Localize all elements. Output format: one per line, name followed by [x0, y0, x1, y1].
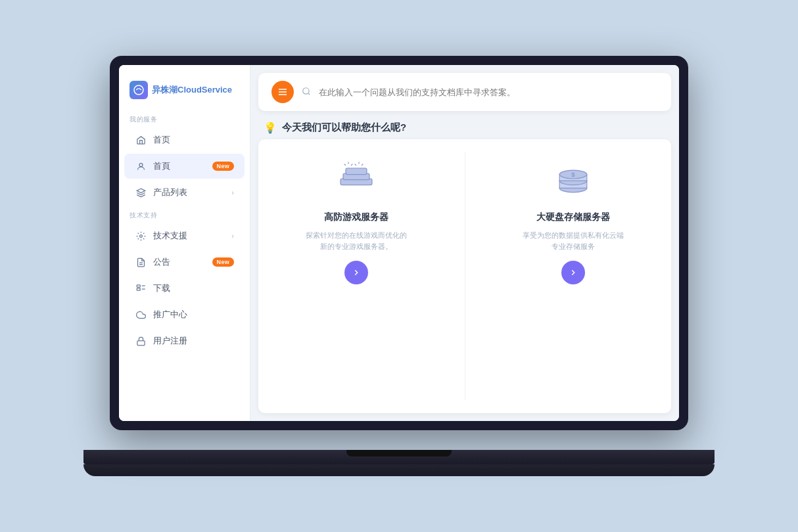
- storage-server-desc: 享受为您的数据提供私有化云端专业存储服务: [521, 230, 626, 252]
- header-bar: [258, 73, 671, 111]
- cube-icon: [135, 187, 147, 198]
- svg-point-1: [139, 163, 143, 166]
- sidebar-section-my-services: 我的服务: [119, 110, 250, 127]
- storage-server-title: 大硬盘存储服务器: [536, 211, 610, 223]
- svg-rect-5: [137, 284, 140, 286]
- search-input[interactable]: [319, 87, 658, 97]
- laptop-screen-bezel: 异株湖CloudService 我的服务 首页: [110, 56, 688, 430]
- game-server-card: 高防游戏服务器 探索针对您的在线游戏而优化的新的专业游戏服务器。: [258, 139, 454, 413]
- menu-button[interactable]: [271, 81, 294, 103]
- main-content: 💡 今天我们可以帮助您什么呢?: [250, 65, 679, 421]
- welcome-section: 💡 今天我们可以帮助您什么呢?: [250, 111, 679, 139]
- sidebar-logo: 异株湖CloudService: [119, 76, 250, 110]
- gear-icon: [135, 230, 147, 242]
- search-icon: [302, 87, 311, 98]
- card-divider: [465, 152, 465, 400]
- svg-point-0: [134, 85, 143, 95]
- sidebar-item-announcements[interactable]: 公告 New: [124, 250, 245, 275]
- svg-point-13: [303, 87, 309, 93]
- svg-rect-9: [137, 340, 144, 345]
- laptop-feet: [83, 464, 715, 476]
- sidebar-item-register-label: 用户注册: [153, 335, 234, 347]
- svg-line-21: [354, 164, 356, 166]
- svg-line-18: [344, 164, 345, 166]
- welcome-icon: 💡: [264, 122, 277, 134]
- storage-server-card: $ 大硬盘存储服务器 享受为您的数据提供私有化云端专业存储服务: [476, 139, 672, 413]
- sidebar-item-products-label: 产品列表: [153, 187, 225, 198]
- welcome-text: 今天我们可以帮助您什么呢?: [282, 122, 406, 134]
- storage-server-btn[interactable]: [561, 261, 585, 284]
- game-server-icon: [330, 152, 383, 205]
- lock-icon: [135, 335, 147, 347]
- sidebar-section-tech-support: 技术支持: [119, 206, 250, 223]
- announcements-new-badge: New: [212, 257, 234, 267]
- sidebar-item-home[interactable]: 首页: [124, 127, 245, 152]
- laptop-wrapper: 异株湖CloudService 我的服务 首页: [83, 56, 715, 476]
- sidebar: 异株湖CloudService 我的服务 首页: [119, 65, 250, 421]
- home-icon: [135, 134, 147, 146]
- sidebar-item-downloads[interactable]: 下载: [124, 276, 245, 301]
- sidebar-item-homepage[interactable]: 首頁 New: [124, 154, 245, 179]
- svg-rect-16: [346, 168, 367, 175]
- logo-text: 异株湖CloudService: [152, 84, 232, 96]
- download-icon: [135, 282, 147, 294]
- sidebar-item-home-label: 首页: [153, 134, 234, 146]
- game-server-title: 高防游戏服务器: [324, 211, 388, 223]
- laptop-base-body: [83, 450, 715, 464]
- sidebar-item-homepage-label: 首頁: [153, 160, 206, 172]
- logo-icon: [129, 81, 148, 99]
- sidebar-item-tech-support[interactable]: 技术支援 ›: [124, 223, 245, 248]
- sidebar-item-register[interactable]: 用户注册: [124, 328, 245, 353]
- laptop-screen: 异株湖CloudService 我的服务 首页: [119, 65, 679, 421]
- homepage-new-badge: New: [212, 162, 234, 171]
- laptop-base: [83, 450, 715, 476]
- storage-server-icon: $: [547, 152, 599, 205]
- sidebar-item-downloads-label: 下载: [153, 282, 234, 294]
- products-arrow-icon: ›: [231, 188, 234, 196]
- sidebar-item-announcements-label: 公告: [153, 256, 206, 268]
- doc-icon: [135, 256, 147, 268]
- cloud-icon: [135, 309, 147, 321]
- game-server-desc: 探索针对您的在线游戏而优化的新的专业游戏服务器。: [304, 230, 409, 252]
- user-icon: [135, 160, 147, 172]
- svg-point-2: [139, 234, 142, 237]
- sidebar-item-promotion-label: 推广中心: [153, 309, 234, 321]
- svg-text:$: $: [572, 171, 576, 178]
- sidebar-item-promotion[interactable]: 推广中心: [124, 302, 245, 327]
- game-server-btn[interactable]: [344, 261, 368, 284]
- laptop-notch: [346, 450, 452, 456]
- service-cards-container: 高防游戏服务器 探索针对您的在线游戏而优化的新的专业游戏服务器。: [258, 139, 671, 413]
- svg-rect-6: [137, 288, 140, 290]
- svg-line-22: [362, 164, 363, 166]
- sidebar-item-tech-support-label: 技术支援: [153, 230, 225, 242]
- sidebar-item-products[interactable]: 产品列表 ›: [124, 180, 245, 205]
- svg-line-19: [351, 164, 352, 166]
- tech-support-arrow-icon: ›: [231, 232, 234, 240]
